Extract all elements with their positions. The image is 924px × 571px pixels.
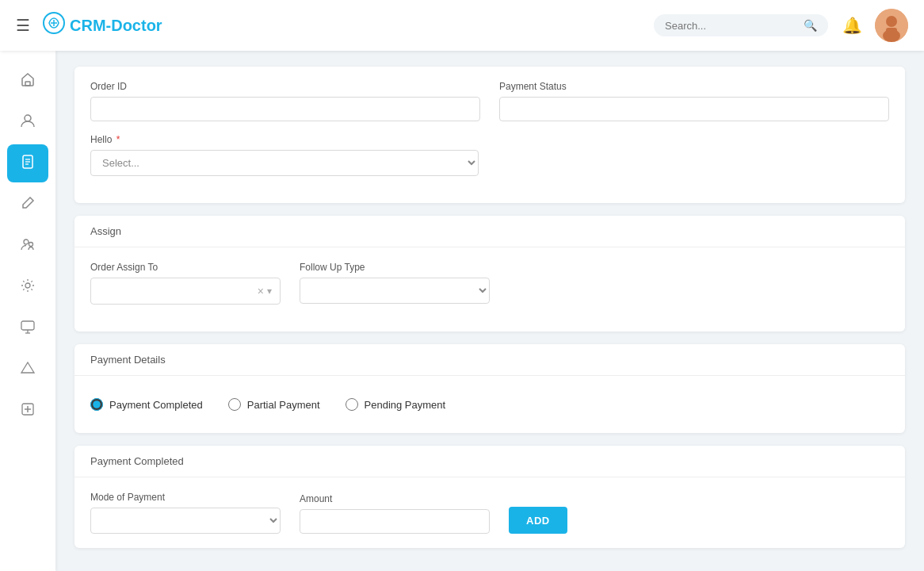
follow-up-type-group: Follow Up Type (300, 262, 490, 305)
payment-completed-section: Payment Completed Mode of Payment Amount… (74, 446, 905, 548)
avatar[interactable] (875, 9, 908, 42)
sidebar-item-user[interactable] (7, 103, 48, 141)
amount-input[interactable] (300, 509, 490, 534)
radio-partial-payment-input[interactable] (228, 398, 241, 411)
svg-rect-7 (25, 82, 30, 86)
assign-section: Assign Order Assign To × ▾ Follow Up Typ… (74, 216, 905, 331)
menu-icon[interactable]: ☰ (16, 16, 30, 35)
hello-select[interactable]: Select... (90, 150, 479, 176)
order-assign-to-label: Order Assign To (90, 262, 281, 273)
sidebar-item-documents[interactable] (7, 144, 48, 182)
search-bar: 🔍 (654, 14, 828, 36)
sidebar-item-settings[interactable] (7, 268, 48, 306)
mode-of-payment-group: Mode of Payment (90, 492, 281, 534)
sidebar-item-contacts[interactable] (7, 227, 48, 265)
payment-completed-row: Mode of Payment Amount ADD (90, 492, 889, 534)
svg-point-15 (25, 283, 30, 288)
notification-bell-icon[interactable]: 🔔 (842, 16, 862, 35)
follow-up-type-select[interactable] (300, 278, 490, 304)
payment-status-label: Payment Status (499, 81, 889, 92)
documents-icon (20, 154, 36, 174)
drive-icon (20, 360, 36, 380)
order-assign-to-select[interactable]: × ▾ (90, 278, 281, 305)
radio-pending-payment-label: Pending Payment (365, 399, 446, 411)
payment-radio-group: Payment Completed Partial Payment Pendin… (90, 390, 889, 419)
payment-status-input[interactable] (499, 97, 889, 121)
add-button-group: ADD (509, 507, 567, 534)
payment-completed-title: Payment Completed (74, 446, 905, 477)
settings-icon (20, 278, 36, 297)
radio-pending-payment[interactable]: Pending Payment (346, 398, 446, 411)
assign-section-body: Order Assign To × ▾ Follow Up Type (74, 247, 905, 331)
payment-details-body: Payment Completed Partial Payment Pendin… (74, 376, 905, 433)
payment-status-group: Payment Status (499, 81, 889, 121)
order-top-row: Order ID Payment Status (90, 81, 889, 121)
payment-completed-body: Mode of Payment Amount ADD (74, 477, 905, 548)
svg-point-14 (29, 242, 33, 246)
avatar-image (875, 9, 908, 42)
order-section-body: Order ID Payment Status Hello * Select..… (74, 67, 905, 203)
svg-rect-6 (886, 28, 897, 34)
sidebar-item-edit[interactable] (7, 186, 48, 224)
contacts-icon (20, 236, 36, 256)
order-id-input[interactable] (90, 97, 480, 121)
follow-up-type-label: Follow Up Type (300, 262, 490, 273)
logo-text: CRM-Doctor (70, 17, 162, 35)
mode-of-payment-select[interactable] (90, 508, 281, 534)
hello-row: Hello * Select... (90, 134, 889, 176)
hello-group: Hello * Select... (90, 134, 479, 176)
hospital-icon (20, 401, 36, 421)
monitor-icon (20, 319, 36, 339)
amount-group: Amount (300, 493, 490, 534)
sidebar (0, 51, 55, 571)
search-input[interactable] (665, 20, 797, 32)
radio-payment-completed-input[interactable] (90, 398, 103, 411)
order-section: Order ID Payment Status Hello * Select..… (74, 67, 905, 203)
arrow-down-icon[interactable]: ▾ (267, 286, 272, 297)
sidebar-item-drive[interactable] (7, 351, 48, 389)
hello-label: Hello * (90, 134, 479, 145)
radio-partial-payment-label: Partial Payment (247, 399, 320, 411)
main-content: Order ID Payment Status Hello * Select..… (55, 51, 924, 571)
user-icon (20, 113, 36, 132)
radio-payment-completed-label: Payment Completed (109, 399, 203, 411)
order-id-group: Order ID (90, 81, 480, 121)
search-icon: 🔍 (804, 19, 817, 32)
assign-section-title: Assign (74, 216, 905, 247)
logo-icon (43, 12, 65, 39)
navbar: ☰ CRM-Doctor 🔍 🔔 (0, 0, 924, 51)
radio-partial-payment[interactable]: Partial Payment (228, 398, 320, 411)
svg-point-4 (886, 16, 897, 27)
radio-payment-completed[interactable]: Payment Completed (90, 398, 203, 411)
sidebar-item-monitor[interactable] (7, 309, 48, 347)
logo: CRM-Doctor (43, 12, 162, 39)
radio-pending-payment-input[interactable] (346, 398, 358, 411)
order-id-label: Order ID (90, 81, 480, 92)
payment-details-section: Payment Details Payment Completed Partia… (74, 344, 905, 433)
sidebar-item-home[interactable] (7, 62, 48, 100)
svg-point-8 (25, 115, 31, 121)
mode-of-payment-label: Mode of Payment (90, 492, 281, 503)
order-assign-to-group: Order Assign To × ▾ (90, 262, 281, 305)
add-button[interactable]: ADD (509, 507, 567, 534)
amount-label: Amount (300, 493, 490, 504)
svg-point-13 (24, 240, 29, 244)
clear-assign-icon[interactable]: × (258, 285, 264, 297)
sidebar-item-hospital[interactable] (7, 392, 48, 430)
svg-rect-16 (21, 321, 34, 330)
required-indicator: * (113, 134, 120, 145)
assign-row: Order Assign To × ▾ Follow Up Type (90, 262, 889, 305)
edit-icon (20, 195, 36, 215)
payment-details-title: Payment Details (74, 344, 905, 376)
home-icon (20, 71, 36, 91)
